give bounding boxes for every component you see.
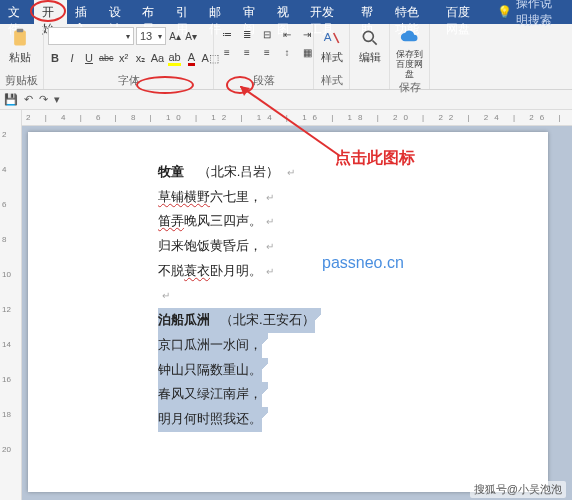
paste-button[interactable]: 粘贴 xyxy=(4,26,36,65)
tab-references[interactable]: 引用 xyxy=(168,0,202,24)
font-size-combo[interactable]: 13▾ xyxy=(136,27,166,45)
redo-icon[interactable]: ↷ xyxy=(39,93,48,106)
paragraph-group: ≔ ≣ ⊟ ⇤ ⇥ ≡ ≡ ≡ ↕ ▦ 段落 xyxy=(214,24,314,89)
decrease-indent-icon[interactable]: ⇤ xyxy=(278,26,296,42)
save-icon[interactable]: 💾 xyxy=(4,93,18,106)
edit-label: 编辑 xyxy=(359,50,381,65)
poem1-line3-text: 归来饱饭黄昏后， xyxy=(158,238,262,253)
strikethrough-button[interactable]: abc xyxy=(99,50,114,66)
tab-bar: 文件 开始 插入 设计 布局 引用 邮件 审阅 视图 开发工具 帮助 特色功能 … xyxy=(0,0,572,24)
tab-layout[interactable]: 布局 xyxy=(134,0,168,24)
poem2-line2: 钟山只隔数重山。 xyxy=(158,358,548,383)
poem2-line1-text: 京口瓜洲一水间， xyxy=(158,333,262,358)
multilevel-icon[interactable]: ⊟ xyxy=(258,26,276,42)
paragraph-mark-icon: ↵ xyxy=(266,192,274,203)
tab-view[interactable]: 视图 xyxy=(269,0,303,24)
line-spacing-icon[interactable]: ↕ xyxy=(278,44,296,60)
font-color-icon: A xyxy=(188,51,195,66)
underline-button[interactable]: U xyxy=(82,50,96,66)
cloud-save-icon xyxy=(400,28,420,48)
tab-design[interactable]: 设计 xyxy=(101,0,135,24)
poem1-line2: 笛弄晚风三四声。↵ xyxy=(158,209,548,234)
find-icon xyxy=(360,28,380,48)
document-page[interactable]: 牧童 （北宋.吕岩） ↵ 草铺横野六七里，↵ 笛弄晚风三四声。↵ 归来饱饭黄昏后… xyxy=(28,132,548,492)
ribbon: 粘贴 剪贴板 ▾ 13▾ A▴ A▾ B I U abc x² x₂ Aa ab… xyxy=(0,24,572,90)
poem2-line4: 明月何时照我还。 xyxy=(158,407,548,432)
poem1-line4: 不脱蓑衣卧月明。↵ xyxy=(158,259,548,284)
font-group: ▾ 13▾ A▴ A▾ B I U abc x² x₂ Aa ab A A⬚ 字… xyxy=(44,24,214,89)
blank-para: ↵ xyxy=(158,283,548,308)
poem2-author: （北宋.王安石） xyxy=(220,312,315,327)
styles-icon: A xyxy=(322,28,342,48)
tab-review[interactable]: 审阅 xyxy=(235,0,269,24)
save-baidu-label: 保存到百度网盘 xyxy=(394,50,425,80)
paragraph-mark-icon: ↵ xyxy=(266,266,274,277)
vertical-ruler: 2 4 6 8 10 12 14 16 18 20 xyxy=(0,110,22,500)
paragraph-mark-icon: ↵ xyxy=(162,290,170,301)
edit-group-label xyxy=(354,76,385,89)
vruler-tick: 4 xyxy=(2,165,6,174)
poem1-line1b: 六七里， xyxy=(210,189,262,204)
horizontal-ruler: 2 | 4 | 6 | 8 | 10 | 12 | 14 | 16 | 18 |… xyxy=(22,110,572,126)
shrink-font-icon[interactable]: A▾ xyxy=(184,29,198,43)
tab-special[interactable]: 特色功能 xyxy=(387,0,438,24)
tell-me-search[interactable]: 💡 操作说明搜索 xyxy=(489,0,572,24)
bullets-icon[interactable]: ≔ xyxy=(218,26,236,42)
styles-group: A 样式 样式 xyxy=(314,24,350,89)
vruler-tick: 14 xyxy=(2,340,11,349)
poem1-line1: 草铺横野六七里，↵ xyxy=(158,185,548,210)
vruler-tick: 10 xyxy=(2,270,11,279)
font-group-label: 字体 xyxy=(48,73,209,89)
quick-access-toolbar: 💾 ↶ ↷ ▾ xyxy=(0,90,572,110)
align-left-icon[interactable]: ≡ xyxy=(218,44,236,60)
styles-label: 样式 xyxy=(321,50,343,65)
tab-home[interactable]: 开始 xyxy=(34,0,68,24)
svg-point-3 xyxy=(363,31,373,41)
page-viewport[interactable]: 2 | 4 | 6 | 8 | 10 | 12 | 14 | 16 | 18 |… xyxy=(22,110,572,500)
tab-help[interactable]: 帮助 xyxy=(353,0,387,24)
tab-mailings[interactable]: 邮件 xyxy=(201,0,235,24)
align-center-icon[interactable]: ≡ xyxy=(238,44,256,60)
paragraph-mark-icon: ↵ xyxy=(287,167,295,178)
poem2-line1: 京口瓜洲一水间， xyxy=(158,333,548,358)
vruler-tick: 18 xyxy=(2,410,11,419)
italic-button[interactable]: I xyxy=(65,50,79,66)
tab-baidu[interactable]: 百度网盘 xyxy=(438,0,489,24)
paragraph-mark-icon: ↵ xyxy=(266,216,274,227)
svg-rect-0 xyxy=(14,31,26,46)
tab-insert[interactable]: 插入 xyxy=(67,0,101,24)
tab-developer[interactable]: 开发工具 xyxy=(302,0,353,24)
vruler-tick: 12 xyxy=(2,305,11,314)
save-baidu-button[interactable]: 保存到百度网盘 xyxy=(394,26,425,80)
clipboard-icon xyxy=(10,28,30,48)
qat-more-icon[interactable]: ▾ xyxy=(54,93,60,106)
poem2-line3-text: 春风又绿江南岸， xyxy=(158,382,262,407)
change-case-button[interactable]: Aa xyxy=(151,50,165,66)
highlight-icon: ab xyxy=(168,51,180,66)
vruler-tick: 20 xyxy=(2,445,11,454)
highlight-button[interactable]: ab xyxy=(168,50,182,66)
numbering-icon[interactable]: ≣ xyxy=(238,26,256,42)
undo-icon[interactable]: ↶ xyxy=(24,93,33,106)
subscript-button[interactable]: x₂ xyxy=(134,50,148,66)
font-color-button[interactable]: A xyxy=(185,50,199,66)
align-right-icon[interactable]: ≡ xyxy=(258,44,276,60)
styles-button[interactable]: A 样式 xyxy=(318,26,345,65)
poem2-line4-text: 明月何时照我还。 xyxy=(158,407,262,432)
tell-me-label: 操作说明搜索 xyxy=(516,0,564,29)
poem1-line4a: 不脱 xyxy=(158,263,184,278)
poem1-author: （北宋.吕岩） xyxy=(198,164,280,179)
edit-button[interactable]: 编辑 xyxy=(354,26,385,65)
vruler-tick: 2 xyxy=(2,130,6,139)
clipboard-group: 粘贴 剪贴板 xyxy=(0,24,44,89)
poem1-line4b: 蓑衣 xyxy=(184,263,210,278)
superscript-button[interactable]: x² xyxy=(117,50,131,66)
bold-button[interactable]: B xyxy=(48,50,62,66)
tab-file[interactable]: 文件 xyxy=(0,0,34,24)
poem1-line2a: 笛弄 xyxy=(158,213,184,228)
paragraph-group-label: 段落 xyxy=(218,73,309,89)
edit-group: 编辑 xyxy=(350,24,390,89)
grow-font-icon[interactable]: A▴ xyxy=(168,29,182,43)
font-name-combo[interactable]: ▾ xyxy=(48,27,134,45)
poem1-title-line: 牧童 （北宋.吕岩） ↵ xyxy=(158,160,548,185)
